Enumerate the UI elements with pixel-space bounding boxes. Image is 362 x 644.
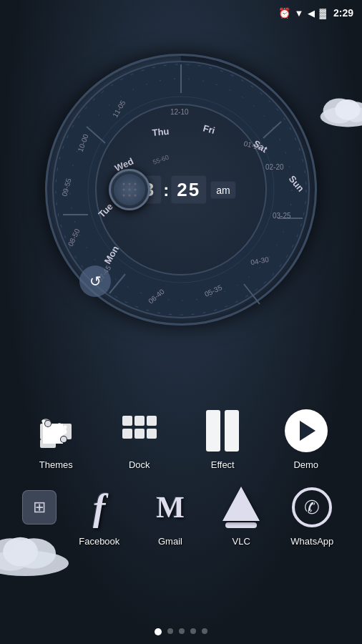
svg-line-18 xyxy=(109,274,125,293)
svg-point-39 xyxy=(134,189,137,191)
apps-section: Themes Dock xyxy=(0,394,362,644)
svg-point-37 xyxy=(123,189,125,191)
dock-label: Dock xyxy=(129,459,150,470)
dock-icon-wrapper xyxy=(117,408,162,454)
alarm-icon: ⏰ xyxy=(278,7,290,19)
effect-icon xyxy=(205,409,240,453)
wifi-icon: ▼ xyxy=(295,8,304,19)
page-dot-1[interactable] xyxy=(167,628,173,634)
svg-text:Fri: Fri xyxy=(202,122,216,136)
time-ampm: am xyxy=(210,181,235,198)
whatsapp-icon-wrapper: ✆ xyxy=(289,484,335,530)
battery-icon: ▓ xyxy=(319,8,326,19)
facebook-icon-wrapper: f xyxy=(77,484,122,530)
svg-text:Tue: Tue xyxy=(97,201,115,220)
svg-rect-57 xyxy=(147,416,157,426)
effect-label: Effect xyxy=(211,459,235,470)
themes-label: Themes xyxy=(39,459,73,470)
svg-line-17 xyxy=(244,284,260,304)
vlc-label: VLC xyxy=(233,536,250,547)
facebook-label: Facebook xyxy=(79,536,119,547)
filemgr-icon-wrapper: ⊞ xyxy=(16,484,62,530)
svg-text:10-00: 10-00 xyxy=(77,132,90,152)
svg-text:09-55: 09-55 xyxy=(60,177,72,197)
page-dot-3[interactable] xyxy=(190,628,196,634)
svg-text:Thu: Thu xyxy=(152,126,170,138)
back-button[interactable]: ↺ xyxy=(79,265,111,297)
svg-text:Sun: Sun xyxy=(287,173,306,193)
dock-icon xyxy=(119,413,160,449)
svg-text:Mon: Mon xyxy=(102,244,121,266)
demo-label: Demo xyxy=(293,459,318,470)
svg-text:12-10: 12-10 xyxy=(170,108,189,116)
page-dot-0[interactable] xyxy=(155,628,162,635)
svg-rect-58 xyxy=(122,429,132,439)
filemgr-icon: ⊞ xyxy=(22,490,57,525)
svg-point-54 xyxy=(61,436,67,442)
svg-line-15 xyxy=(263,122,281,138)
gmail-label: Gmail xyxy=(158,536,182,547)
svg-point-38 xyxy=(129,189,131,191)
svg-text:04-30: 04-30 xyxy=(250,255,270,266)
whatsapp-icon: ✆ xyxy=(292,487,332,527)
play-icon xyxy=(285,409,328,452)
svg-text:08-50: 08-50 xyxy=(67,228,82,248)
bottom-app-row: ⊞ f Facebook M Gmail VLC xyxy=(0,477,362,554)
vlc-cone xyxy=(222,487,260,521)
status-time: 2:29 xyxy=(333,7,353,19)
svg-line-20 xyxy=(87,127,105,143)
demo-icon-wrapper xyxy=(283,408,329,454)
svg-rect-62 xyxy=(225,410,239,452)
status-bar: ⏰ ▼ ◀ ▓ 2:29 xyxy=(0,0,362,26)
clock-widget: Mon Tue Wed Thu Fri Sat Sun 12-10 01-15 … xyxy=(45,54,317,326)
effect-icon-wrapper xyxy=(200,408,245,454)
page-dot-4[interactable] xyxy=(202,628,207,634)
app-item-filemgr[interactable]: ⊞ xyxy=(18,484,61,530)
vlc-base xyxy=(225,522,257,528)
svg-point-35 xyxy=(129,183,131,185)
top-app-row: Themes Dock xyxy=(0,394,362,477)
svg-rect-56 xyxy=(134,416,145,426)
whatsapp-label: WhatsApp xyxy=(290,536,333,547)
svg-text:55-60: 55-60 xyxy=(152,154,170,166)
svg-text:02-20: 02-20 xyxy=(265,163,284,171)
gmail-icon-wrapper: M xyxy=(147,484,193,530)
facebook-icon: f xyxy=(93,487,105,529)
svg-rect-59 xyxy=(134,429,145,439)
app-item-facebook[interactable]: f Facebook xyxy=(67,484,132,547)
svg-point-34 xyxy=(123,183,125,185)
play-triangle xyxy=(300,421,315,441)
svg-rect-61 xyxy=(206,410,220,452)
svg-point-41 xyxy=(129,195,131,197)
filemgr-symbol: ⊞ xyxy=(33,498,46,517)
app-item-gmail[interactable]: M Gmail xyxy=(138,484,202,547)
svg-point-52 xyxy=(45,421,51,426)
puzzle-icon xyxy=(36,411,76,451)
svg-rect-60 xyxy=(147,429,157,439)
clock-area: Mon Tue Wed Thu Fri Sat Sun 12-10 01-15 … xyxy=(0,29,362,351)
svg-point-42 xyxy=(134,195,137,197)
svg-rect-50 xyxy=(40,439,56,448)
svg-rect-55 xyxy=(122,416,132,426)
status-icons: ⏰ ▼ ◀ ▓ 2:29 xyxy=(278,7,353,19)
center-button[interactable] xyxy=(109,169,150,210)
vlc-icon-wrapper xyxy=(218,484,264,530)
svg-point-36 xyxy=(134,183,137,185)
time-colon: : xyxy=(163,180,169,200)
svg-text:03-25: 03-25 xyxy=(273,212,291,220)
whatsapp-phone-icon: ✆ xyxy=(304,497,320,519)
app-item-themes[interactable]: Themes xyxy=(24,408,88,470)
themes-icon-wrapper xyxy=(33,408,79,454)
app-item-vlc[interactable]: VLC xyxy=(209,484,273,547)
back-arrow-icon: ↺ xyxy=(89,273,102,290)
svg-text:05-35: 05-35 xyxy=(203,283,223,298)
app-item-dock[interactable]: Dock xyxy=(107,408,172,470)
page-indicators xyxy=(0,628,362,635)
app-item-effect[interactable]: Effect xyxy=(190,408,255,470)
gmail-icon: M xyxy=(156,490,185,525)
app-item-demo[interactable]: Demo xyxy=(274,408,338,470)
app-item-whatsapp[interactable]: ✆ WhatsApp xyxy=(280,484,344,547)
time-minutes: 25 xyxy=(171,176,206,204)
svg-point-40 xyxy=(123,195,125,197)
page-dot-2[interactable] xyxy=(179,628,185,634)
